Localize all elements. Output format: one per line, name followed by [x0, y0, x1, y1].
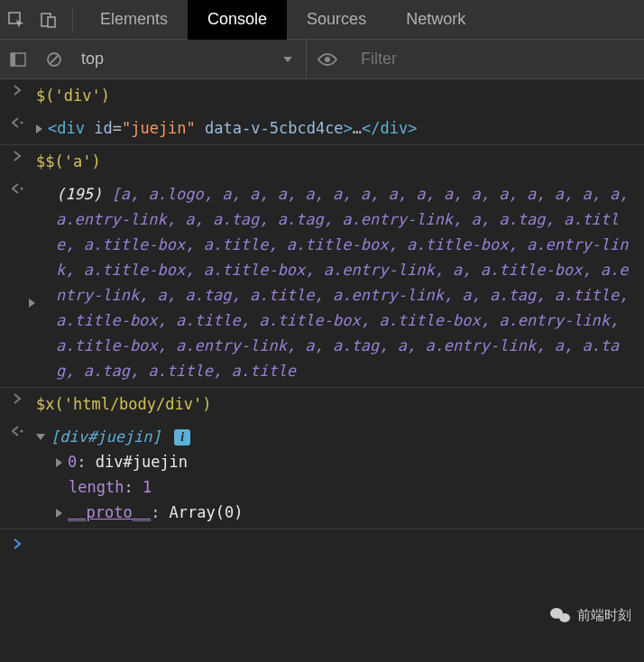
console-input-row: $$('a'): [0, 145, 644, 178]
prompt-icon: [0, 538, 36, 549]
console-output: $('div') <div id="juejin" data-v-5cbcd4c…: [0, 79, 644, 558]
svg-point-7: [325, 57, 330, 62]
expand-icon[interactable]: [56, 509, 62, 518]
execution-context-selector[interactable]: top: [72, 40, 307, 79]
svg-rect-2: [48, 17, 55, 27]
console-input-row: $('div'): [0, 79, 644, 112]
svg-point-10: [21, 430, 23, 433]
dom-node-preview[interactable]: <div id="juejin" data-v-5cbcd4ce>…</div>: [36, 115, 644, 141]
chevron-down-icon: [282, 54, 293, 65]
inspect-element-icon[interactable]: [0, 0, 32, 40]
live-expression-icon[interactable]: [307, 52, 348, 67]
collapse-icon[interactable]: [36, 434, 45, 440]
console-input-row: $x('html/body/div'): [0, 388, 644, 420]
console-prompt[interactable]: [0, 529, 644, 558]
expand-icon[interactable]: [29, 299, 35, 308]
device-toolbar-icon[interactable]: [32, 0, 65, 40]
console-toolbar: top: [0, 40, 644, 79]
wechat-icon: [550, 606, 572, 624]
filter-container: [348, 40, 644, 79]
array-preview[interactable]: (195) [a, a.logo, a, a, a, a, a, a, a, a…: [36, 181, 644, 383]
output-icon: [0, 115, 36, 141]
console-sidebar-toggle-icon[interactable]: [0, 40, 36, 79]
info-icon[interactable]: i: [174, 429, 190, 446]
devtools-tabbar: Elements Console Sources Network: [0, 0, 644, 40]
console-input-text: $('div'): [36, 87, 110, 105]
svg-rect-4: [11, 53, 15, 66]
watermark: 前端时刻: [550, 606, 631, 624]
input-prompt-icon: [0, 149, 36, 174]
filter-input[interactable]: [361, 50, 644, 69]
input-prompt-icon: [0, 391, 36, 417]
clear-console-icon[interactable]: [36, 40, 72, 79]
console-result-row: [div#juejin] i 0: div#juejin length: 1 _…: [0, 420, 644, 529]
input-prompt-icon: [0, 83, 36, 108]
expand-icon[interactable]: [36, 124, 42, 133]
svg-point-8: [21, 122, 23, 124]
svg-point-9: [21, 188, 23, 190]
console-result-row: (195) [a, a.logo, a, a, a, a, a, a, a, a…: [0, 178, 644, 388]
tab-network[interactable]: Network: [386, 0, 485, 40]
console-input-text: $x('html/body/div'): [36, 395, 211, 413]
output-icon: [0, 181, 36, 383]
tab-sources[interactable]: Sources: [287, 0, 386, 40]
expand-icon[interactable]: [56, 458, 62, 467]
tab-console[interactable]: Console: [188, 0, 287, 40]
tab-elements[interactable]: Elements: [80, 0, 188, 40]
console-input-text: $$('a'): [36, 152, 101, 170]
expanded-array[interactable]: [div#juejin] i 0: div#juejin length: 1 _…: [36, 424, 644, 525]
context-label: top: [81, 50, 104, 69]
watermark-text: 前端时刻: [577, 607, 631, 624]
output-icon: [0, 424, 36, 525]
svg-line-6: [50, 55, 59, 64]
console-result-row: <div id="juejin" data-v-5cbcd4ce>…</div>: [0, 112, 644, 145]
